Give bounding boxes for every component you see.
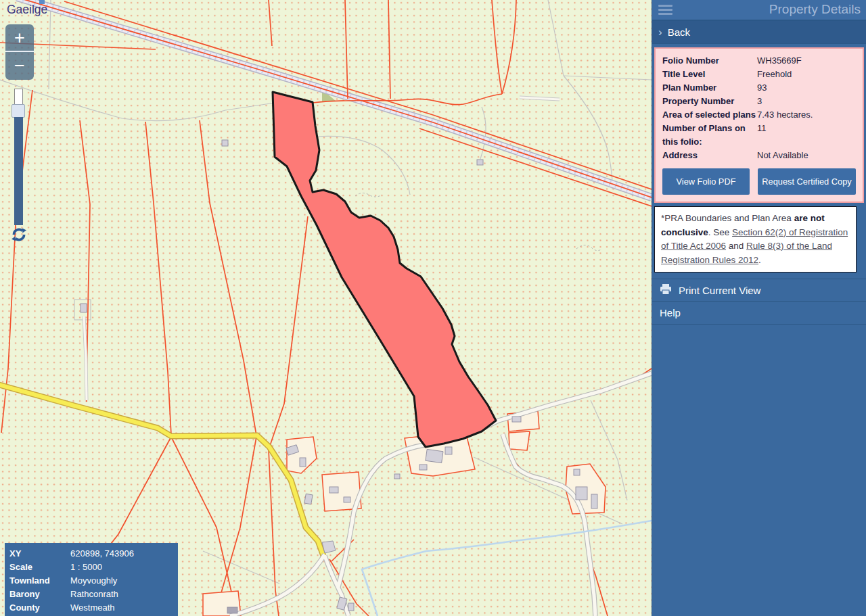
info-value: 620898, 743906: [70, 547, 134, 561]
info-value: Westmeath: [70, 601, 115, 615]
zoom-slider-track-lower[interactable]: [14, 117, 23, 225]
zoom-out-button[interactable]: −: [5, 52, 34, 80]
disclaimer-text: .: [758, 255, 761, 265]
detail-value: 11: [757, 122, 856, 149]
detail-label: Address: [662, 149, 757, 162]
disclaimer-text: . See: [708, 227, 732, 237]
language-link[interactable]: Gaeilge: [7, 3, 47, 17]
info-label: Barony: [9, 588, 70, 601]
info-label: Townland: [9, 574, 70, 588]
info-row-xy: XY 620898, 743906: [9, 547, 178, 561]
info-row-scale: Scale 1 : 5000: [9, 561, 178, 574]
detail-value: WH35669F: [757, 54, 856, 68]
printer-icon: [660, 284, 672, 297]
detail-value: 3: [757, 95, 856, 108]
detail-label: Number of Plans on this folio:: [662, 122, 757, 149]
request-certified-copy-button[interactable]: Request Certified Copy: [758, 168, 856, 195]
back-label: Back: [668, 26, 690, 38]
info-value: 1 : 5000: [70, 561, 102, 574]
print-label: Print Current View: [679, 285, 760, 296]
detail-label: Area of selected plans: [662, 108, 757, 122]
info-value: Rathconrath: [70, 588, 118, 601]
zoom-slider-handle[interactable]: [12, 104, 25, 118]
folio-details-box: Folio Number WH35669F Title Level Freeho…: [654, 47, 864, 203]
zoom-in-button[interactable]: +: [5, 24, 34, 52]
disclaimer-box: *PRA Boundaries and Plan Area are not co…: [654, 206, 857, 273]
detail-row: Folio Number WH35669F: [662, 54, 856, 68]
detail-row: Number of Plans on this folio: 11: [662, 122, 856, 149]
info-label: Scale: [9, 561, 70, 574]
menu-icon[interactable]: [658, 5, 673, 17]
info-label: XY: [9, 547, 70, 561]
refresh-icon[interactable]: [10, 226, 28, 243]
detail-label: Folio Number: [662, 54, 757, 68]
detail-value: Freehold: [757, 68, 856, 81]
info-label: County: [9, 601, 70, 615]
detail-label: Plan Number: [662, 81, 757, 95]
app: Gaeilge + − XY 620898, 743906 Scale: [0, 0, 866, 616]
map-info-box: XY 620898, 743906 Scale 1 : 5000 Townlan…: [5, 543, 178, 616]
view-folio-pdf-button[interactable]: View Folio PDF: [662, 168, 750, 195]
zoom-control: + −: [5, 24, 34, 80]
info-row-barony: Barony Rathconrath: [9, 588, 178, 601]
detail-row: Property Number 3: [662, 95, 856, 108]
panel-title: Property Details: [769, 2, 861, 17]
detail-row: Plan Number 93: [662, 81, 856, 95]
detail-value: 93: [757, 81, 856, 95]
chevron-right-icon: ›: [658, 26, 662, 39]
info-row-county: County Westmeath: [9, 601, 178, 615]
detail-value: 7.43 hectares.: [757, 108, 856, 122]
disclaimer-text: *PRA Boundaries and Plan Area: [661, 213, 794, 223]
detail-row: Title Level Freehold: [662, 68, 856, 81]
detail-row: Area of selected plans 7.43 hectares.: [662, 108, 856, 122]
map-canvas[interactable]: [0, 0, 652, 616]
detail-row: Address Not Available: [662, 149, 856, 162]
property-details-panel: Property Details ›Back Folio Number WH35…: [652, 0, 866, 616]
back-button[interactable]: ›Back: [652, 21, 866, 44]
print-current-view-button[interactable]: Print Current View: [652, 279, 866, 302]
folio-actions: View Folio PDF Request Certified Copy: [662, 168, 856, 195]
info-value: Moyvoughly: [70, 574, 117, 588]
disclaimer-text: and: [726, 241, 746, 251]
info-row-townland: Townland Moyvoughly: [9, 574, 178, 588]
detail-label: Property Number: [662, 95, 757, 108]
detail-label: Title Level: [662, 68, 757, 81]
map-viewport[interactable]: Gaeilge + − XY 620898, 743906 Scale: [0, 0, 652, 616]
detail-value: Not Available: [757, 149, 856, 162]
panel-header: Property Details: [652, 0, 866, 21]
help-link[interactable]: Help: [652, 302, 866, 325]
